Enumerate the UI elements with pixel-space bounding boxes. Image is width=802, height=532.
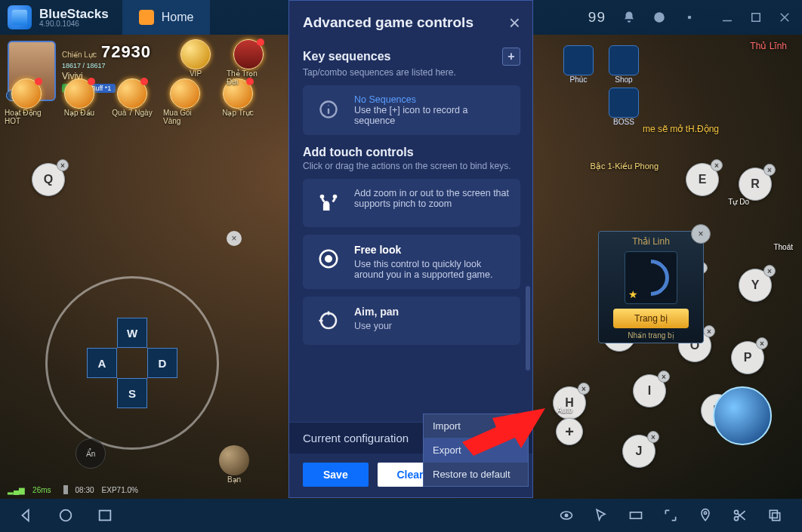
thoat-label: Thoát xyxy=(773,243,793,251)
item-popup: × Thải Linh ★ Trang bị Nhấn trang bị xyxy=(598,231,704,343)
power-label: Chiến Lực xyxy=(62,51,97,59)
dpad-close-icon[interactable]: × xyxy=(227,231,242,246)
key-h[interactable]: H× xyxy=(553,386,586,420)
pin-icon[interactable] xyxy=(698,508,713,523)
no-seq-link[interactable]: No Sequences xyxy=(354,94,510,105)
tudo-label: Tự Do xyxy=(728,198,749,206)
no-seq-body: Use the [+] icon to record a sequence xyxy=(354,105,510,126)
menu-import[interactable]: Import xyxy=(424,414,528,438)
menu-restore[interactable]: Restore to default xyxy=(424,463,528,486)
eye-icon[interactable] xyxy=(559,508,574,523)
shop-tile[interactable]: Shop xyxy=(604,45,643,84)
svg-point-0 xyxy=(654,12,665,23)
thulinh-text: Thủ Lĩnh xyxy=(750,41,787,51)
dpad-left[interactable]: A xyxy=(87,348,117,378)
key-i[interactable]: I× xyxy=(633,374,666,407)
item-hint: Nhấn trang bị xyxy=(603,331,699,340)
moon-icon[interactable] xyxy=(652,11,666,24)
keyseq-sub: Tap/combo sequences are listed here. xyxy=(303,67,520,78)
vip-row: VIP Thẻ Trọn Đời xyxy=(174,39,270,86)
svg-point-12 xyxy=(325,256,332,262)
key-r[interactable]: R× xyxy=(739,168,772,201)
item-slot: ★ xyxy=(625,251,677,304)
info-icon xyxy=(313,94,344,125)
nav-home-icon[interactable] xyxy=(57,507,74,524)
hud-status-row: ▂▄▆ 26ms 08:30 EXP71.0% xyxy=(8,485,138,494)
bac-text: Bậc 1-Kiều Phong xyxy=(591,161,659,171)
svg-rect-3 xyxy=(752,14,760,22)
freelook-title: Free look xyxy=(354,244,510,256)
zoom-gesture-icon xyxy=(313,188,344,218)
svg-point-10 xyxy=(333,195,338,199)
gear-icon[interactable] xyxy=(683,11,696,24)
tab-home[interactable]: Home xyxy=(122,0,211,35)
remove-icon[interactable]: × xyxy=(57,159,69,171)
equip-button[interactable]: Trang bị xyxy=(613,309,689,328)
touch-heading: Add touch controls xyxy=(303,146,520,159)
dpad-up[interactable]: W xyxy=(117,318,147,348)
aim-card[interactable]: Aim, pan Use your xyxy=(303,297,520,345)
aim-body: Use your xyxy=(354,321,399,331)
phuc-tile[interactable]: Phúc xyxy=(559,45,598,84)
menu-export[interactable]: Export xyxy=(424,438,528,463)
skill-main[interactable] xyxy=(713,386,772,445)
save-button[interactable]: Save xyxy=(303,463,369,487)
zoom-control-card[interactable]: Add zoom in or out to the screen that su… xyxy=(303,179,520,227)
key-p[interactable]: P× xyxy=(731,341,764,374)
ban-button[interactable]: Bạn xyxy=(219,445,249,484)
hp-text: 18617 / 18617 xyxy=(62,62,151,69)
svg-point-20 xyxy=(565,514,567,516)
bell-icon[interactable] xyxy=(622,11,636,24)
maximize-icon[interactable] xyxy=(749,11,763,24)
item-close-icon[interactable]: × xyxy=(691,224,711,244)
minimize-icon[interactable] xyxy=(720,11,734,24)
panel-close-icon[interactable]: × xyxy=(509,11,520,35)
brand-block: BlueStacks 4.90.0.1046 xyxy=(39,8,109,28)
keyboard-icon[interactable] xyxy=(628,508,643,523)
svg-point-13 xyxy=(321,313,336,328)
key-plus[interactable]: + xyxy=(556,418,583,445)
add-sequence-button[interactable]: + xyxy=(502,48,520,66)
cursor-icon[interactable] xyxy=(594,508,609,523)
brand-name: BlueStacks xyxy=(39,8,109,20)
boss-tile[interactable]: BOSS xyxy=(604,88,643,126)
time-text: 08:30 xyxy=(76,486,94,494)
titlebar-number: 99 xyxy=(588,9,606,26)
dpad-right[interactable]: D xyxy=(147,348,177,378)
svg-point-1 xyxy=(688,16,692,20)
touch-sub: Click or drag the actions on the screen … xyxy=(303,161,520,171)
dpad[interactable]: W S A D xyxy=(87,318,177,408)
an-button[interactable]: Ẩn xyxy=(76,438,106,469)
expand-icon[interactable] xyxy=(663,508,678,523)
battery-icon xyxy=(63,485,68,494)
system-bar xyxy=(0,499,802,532)
nav-recent-icon[interactable] xyxy=(97,507,113,524)
power-value: 72930 xyxy=(101,42,151,62)
key-j[interactable]: J× xyxy=(622,435,655,468)
svg-point-17 xyxy=(60,510,72,521)
window-close-icon[interactable] xyxy=(778,11,791,24)
key-q[interactable]: Q× xyxy=(32,163,65,196)
nav-back-icon[interactable] xyxy=(18,507,35,524)
dpad-down[interactable]: S xyxy=(117,378,147,408)
copy-icon[interactable] xyxy=(767,508,782,523)
freelook-body: Use this control to quickly look around … xyxy=(354,259,510,280)
dpad-zone: × W S A D xyxy=(45,276,219,450)
qua7-icon[interactable]: Quà 7 Ngày xyxy=(110,78,154,125)
thetron-icon[interactable]: Thẻ Trọn Đời xyxy=(227,39,270,86)
freelook-card[interactable]: Free look Use this control to quickly lo… xyxy=(303,235,520,289)
home-icon xyxy=(139,10,154,25)
svg-rect-30 xyxy=(773,513,780,521)
vip-icon[interactable]: VIP xyxy=(174,39,217,86)
version-text: 4.90.0.1046 xyxy=(39,20,109,28)
auto-label: Auto xyxy=(557,406,572,414)
svg-rect-21 xyxy=(631,512,642,518)
event-icon[interactable]: Hoạt Động HOT xyxy=(5,78,48,125)
napdau-icon[interactable]: Nạp Đầu xyxy=(57,78,101,125)
scrollbar-thumb[interactable] xyxy=(526,286,530,371)
svg-rect-31 xyxy=(770,510,777,518)
key-y[interactable]: Y× xyxy=(739,269,772,302)
svg-point-9 xyxy=(320,195,325,199)
scissors-icon[interactable] xyxy=(733,508,748,523)
key-e[interactable]: E× xyxy=(686,163,719,196)
